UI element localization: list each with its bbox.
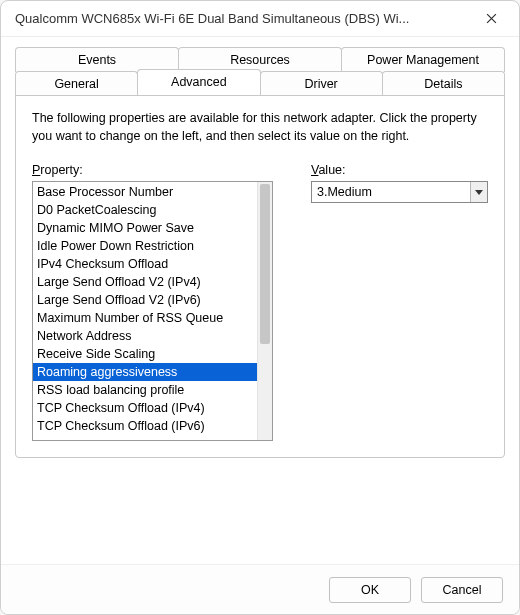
window-title: Qualcomm WCN685x Wi-Fi 6E Dual Band Simu… — [15, 11, 471, 26]
tab-advanced[interactable]: Advanced — [137, 69, 260, 96]
cancel-button[interactable]: Cancel — [421, 577, 503, 603]
property-item[interactable]: TCP Checksum Offload (IPv6) — [33, 417, 257, 435]
properties-dialog: Qualcomm WCN685x Wi-Fi 6E Dual Band Simu… — [0, 0, 520, 615]
property-item[interactable]: Large Send Offload V2 (IPv4) — [33, 273, 257, 291]
value-label: Value: — [311, 163, 488, 177]
property-item[interactable]: IPv4 Checksum Offload — [33, 255, 257, 273]
property-listbox[interactable]: Base Processor NumberD0 PacketCoalescing… — [32, 181, 273, 441]
value-select-text: 3.Medium — [312, 182, 470, 202]
property-label: Property: — [32, 163, 273, 177]
tab-details[interactable]: Details — [382, 71, 505, 96]
tab-panel-advanced: The following properties are available f… — [15, 95, 505, 458]
property-item[interactable]: Base Processor Number — [33, 183, 257, 201]
tab-power-management[interactable]: Power Management — [341, 47, 505, 72]
tab-strip: Events Resources Power Management Genera… — [15, 47, 505, 458]
property-item[interactable]: Large Send Offload V2 (IPv6) — [33, 291, 257, 309]
value-select[interactable]: 3.Medium — [311, 181, 488, 203]
property-item[interactable]: TCP Checksum Offload (IPv4) — [33, 399, 257, 417]
value-select-button[interactable] — [470, 182, 487, 202]
property-item[interactable]: RSS load balancing profile — [33, 381, 257, 399]
close-button[interactable] — [471, 5, 511, 33]
titlebar: Qualcomm WCN685x Wi-Fi 6E Dual Band Simu… — [1, 1, 519, 37]
dialog-body: Events Resources Power Management Genera… — [1, 37, 519, 564]
property-item[interactable]: Idle Power Down Restriction — [33, 237, 257, 255]
property-item[interactable]: Receive Side Scaling — [33, 345, 257, 363]
close-icon — [486, 13, 497, 24]
property-item[interactable]: Maximum Number of RSS Queue — [33, 309, 257, 327]
scrollbar-thumb[interactable] — [260, 184, 270, 344]
ok-button[interactable]: OK — [329, 577, 411, 603]
listbox-scrollbar[interactable] — [257, 182, 272, 440]
property-item[interactable]: Dynamic MIMO Power Save — [33, 219, 257, 237]
dialog-footer: OK Cancel — [1, 564, 519, 614]
property-item[interactable]: Network Address — [33, 327, 257, 345]
panel-description: The following properties are available f… — [32, 110, 482, 145]
property-item[interactable]: Roaming aggressiveness — [33, 363, 257, 381]
chevron-down-icon — [475, 190, 483, 195]
tab-general[interactable]: General — [15, 71, 138, 96]
property-item[interactable]: D0 PacketCoalescing — [33, 201, 257, 219]
tab-driver[interactable]: Driver — [260, 71, 383, 96]
